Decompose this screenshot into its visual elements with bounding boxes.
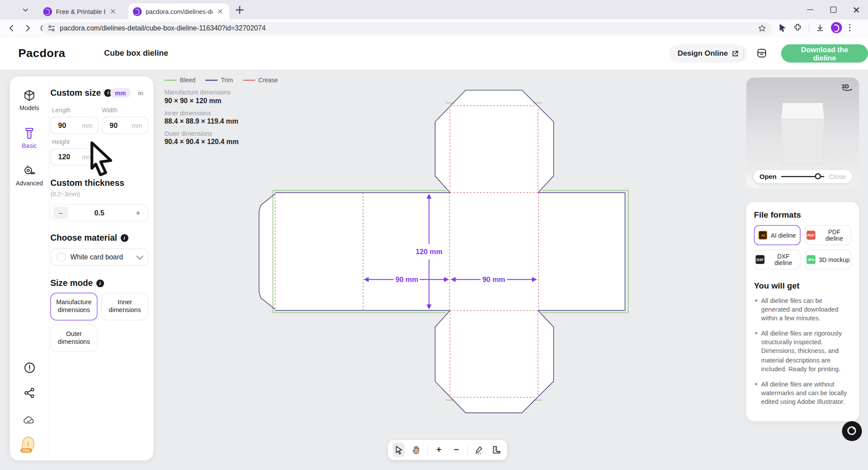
material-select[interactable]: White card board [50,248,148,265]
browser-tab-active[interactable]: pacdora.com/dielines-detail/ [128,3,229,20]
feedback-pro-icon[interactable]: !PRO [22,438,34,450]
format-label: DXF dieline [768,253,799,266]
benefit-item: All dieline files can be generated and d… [754,296,851,322]
thickness-value: 0.5 [68,208,131,217]
rotate-3d-label: 3D [841,83,849,90]
browser-tab-bar: Free & Printable Box Templat pacdora.com… [0,0,868,20]
tab-title: pacdora.com/dielines-detail/ [145,8,212,14]
sidebar-item-models[interactable]: Models [10,89,49,111]
browser-tab-inactive[interactable]: Free & Printable Box Templat [39,3,122,20]
app-header: Pacdora Cube box dieline Design Online D… [0,37,868,70]
divider [49,84,49,453]
select-tool-button[interactable] [393,443,405,457]
tab-close-icon[interactable] [108,7,117,16]
sidebar-item-basic[interactable]: Basic [10,127,49,149]
format-dxf-button[interactable]: DXF DXF dieline [754,250,801,270]
mode-inner-button[interactable]: Inner dimensions [101,293,148,321]
dim-width-left-label: 90 mm [396,275,418,284]
rotate-3d-icon[interactable]: 3D [841,83,852,93]
settings-panel: Models Basic Advanced !PRO [10,76,153,460]
tab-search-chevron-icon[interactable] [20,4,31,15]
chevron-down-icon [136,252,143,259]
close-label: Close [829,173,846,181]
slider-track[interactable] [781,176,824,177]
extensions-puzzle-icon[interactable] [793,23,802,32]
browser-menu-kebab-icon[interactable] [849,24,851,32]
format-label: PDF dieline [819,228,850,242]
legend-bleed-label: Bleed [180,77,195,84]
format-ai-button[interactable]: Ai AI dieline [754,225,801,245]
profile-avatar[interactable] [831,22,842,33]
trim-line-swatch [205,80,218,81]
browser-url-bar: pacdora.com/dielines-detail/cube-box-die… [0,20,868,38]
mode-outer-button[interactable]: Outer dimensions [50,324,98,352]
measure-ruler-tool-button[interactable] [490,443,502,457]
back-icon[interactable] [6,22,18,34]
width-input[interactable]: 90 mm [102,117,148,134]
unit-in-button[interactable]: in [133,88,148,98]
unit-mm-button[interactable]: mm [110,88,131,98]
site-settings-icon[interactable] [47,24,55,32]
slider-knob[interactable] [815,173,821,179]
open-label: Open [760,173,777,181]
width-value: 90 [110,121,118,130]
3d-preview-card[interactable]: 3D Open Close [746,77,859,188]
forward-icon[interactable] [22,22,34,34]
zoom-out-button[interactable]: − [450,443,462,457]
format-label: 3D mockup [819,256,850,263]
thickness-range: (0.2~3mm) [50,191,148,198]
design-online-button[interactable]: Design Online [669,44,747,63]
dieline-canvas: Bleed Trim Crease Manufacture dimensions… [0,70,868,470]
format-label: AI dieline [771,232,796,238]
archive-box-icon[interactable] [754,45,770,61]
share-icon[interactable] [23,387,35,399]
url-text: pacdora.com/dielines-detail/cube-box-die… [60,24,758,32]
address-bar[interactable]: pacdora.com/dielines-detail/cube-box-die… [42,22,772,34]
chat-support-bubble[interactable] [842,421,862,441]
annotate-pen-tool-button[interactable] [473,443,485,457]
cube-icon [23,89,36,103]
divider [468,445,468,455]
pan-hand-tool-button[interactable] [410,443,422,457]
length-value: 90 [58,121,66,130]
info-icon[interactable]: i [96,279,104,287]
thickness-stepper: − 0.5 + [50,204,148,221]
pacdora-logo[interactable]: Pacdora [18,47,65,60]
info-icon[interactable]: i [121,234,128,242]
divider [809,23,809,32]
cursor-extension-icon[interactable] [778,24,787,32]
window-close-button[interactable] [845,0,868,20]
length-input[interactable]: 90 mm [50,117,99,134]
download-dieline-button[interactable]: Download the dieline [781,44,868,63]
zoom-in-button[interactable]: + [433,443,445,457]
chat-swoosh-icon [847,426,857,436]
tape-measure-icon [23,164,36,178]
new-tab-button[interactable] [235,5,245,15]
mode-manufacture-button[interactable]: Manufacture dimensions [50,293,98,321]
tab-close-icon[interactable] [216,7,225,16]
cloud-check-icon[interactable] [23,414,35,426]
sidebar-item-label: Models [20,104,39,111]
thickness-decrease-button[interactable]: − [53,206,68,219]
format-3d-mockup-button[interactable]: JPG 3D mockup [805,250,851,270]
choose-material-title: Choose material [50,233,117,243]
thickness-increase-button[interactable]: + [131,206,145,219]
downloads-icon[interactable] [816,24,824,32]
ruler-icon [23,127,35,140]
mouse-cursor [88,141,115,178]
benefits-list: All dieline files can be generated and d… [754,296,851,406]
window-controls [798,0,868,20]
design-online-label: Design Online [678,49,728,57]
material-swatch [57,252,66,262]
window-minimize-button[interactable] [798,0,821,20]
bookmark-star-icon[interactable] [758,24,766,32]
report-issue-icon[interactable] [23,361,35,373]
sidebar-item-label: Advanced [16,180,43,186]
screen: Free & Printable Box Templat pacdora.com… [0,0,868,470]
format-pdf-button[interactable]: PDF PDF dieline [805,225,851,245]
dim-width-right-label: 90 mm [482,275,505,284]
sidebar-item-advanced[interactable]: Advanced [10,164,49,187]
pdf-file-icon: PDF [807,231,815,239]
window-maximize-button[interactable] [821,0,844,20]
tab-title: Free & Printable Box Templat [56,8,105,14]
